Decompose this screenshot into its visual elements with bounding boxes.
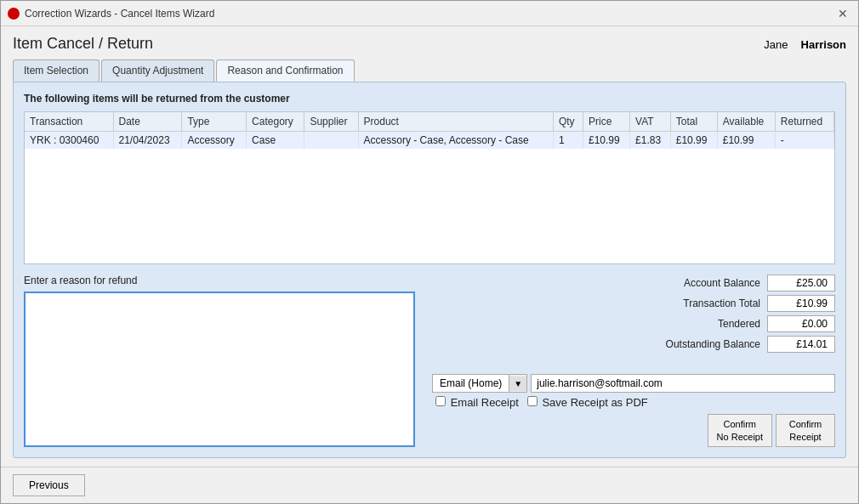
previous-button[interactable]: Previous xyxy=(13,474,85,496)
col-qty: Qty xyxy=(553,112,583,132)
right-section: Account Balance £25.00 Transaction Total… xyxy=(432,275,835,447)
col-category: Category xyxy=(247,112,304,132)
confirm-receipt-button[interactable]: Confirm Receipt xyxy=(776,414,835,447)
col-available: Available xyxy=(717,112,775,132)
refund-section: Enter a reason for refund xyxy=(24,275,415,447)
email-input[interactable] xyxy=(531,374,835,393)
confirm-buttons: Confirm No Receipt Confirm Receipt xyxy=(432,414,835,447)
receipt-options-row: Email Receipt Save Receipt as PDF xyxy=(432,396,835,409)
cell-product: Accessory - Case, Accessory - Case xyxy=(358,132,553,150)
cell-type: Accessory xyxy=(182,132,247,150)
cell-available: £10.99 xyxy=(717,132,775,150)
user-name: Jane Harrison xyxy=(764,35,846,53)
cell-total: £10.99 xyxy=(670,132,717,150)
account-balance-value: £25.00 xyxy=(767,275,835,292)
email-row: Email (Home) ▼ xyxy=(432,374,835,393)
col-vat: VAT xyxy=(630,112,671,132)
bottom-section: Enter a reason for refund Account Balanc… xyxy=(24,275,835,447)
tab-bar: Item Selection Quantity Adjustment Reaso… xyxy=(13,59,846,82)
cell-supplier xyxy=(304,132,358,150)
col-returned: Returned xyxy=(775,112,833,132)
close-button[interactable]: ✕ xyxy=(834,5,851,22)
tab-item-selection[interactable]: Item Selection xyxy=(13,59,100,82)
app-icon xyxy=(8,8,20,20)
items-table-container: Transaction Date Type Category Supplier … xyxy=(24,111,835,264)
account-balance-label: Account Balance xyxy=(432,277,760,289)
footer: Previous xyxy=(1,467,858,503)
cell-category: Case xyxy=(247,132,304,150)
email-type-label: Email (Home) xyxy=(433,375,509,392)
confirm-no-receipt-button[interactable]: Confirm No Receipt xyxy=(708,414,772,447)
outstanding-balance-label: Outstanding Balance xyxy=(432,338,760,350)
cell-price: £10.99 xyxy=(583,132,630,150)
titlebar: Correction Wizards - Cancel Items Wizard… xyxy=(1,1,858,26)
window-content: Item Cancel / Return Jane Harrison Item … xyxy=(1,26,858,467)
balance-grid: Account Balance £25.00 Transaction Total… xyxy=(432,275,835,353)
cell-date: 21/04/2023 xyxy=(113,132,182,150)
email-dropdown-icon[interactable]: ▼ xyxy=(509,377,526,391)
refund-label: Enter a reason for refund xyxy=(24,275,415,286)
tab-reason-confirmation[interactable]: Reason and Confirmation xyxy=(216,59,354,82)
header-row: Item Cancel / Return Jane Harrison xyxy=(13,35,846,53)
table-row: YRK : 0300460 21/04/2023 Accessory Case … xyxy=(25,132,834,150)
window-title: Correction Wizards - Cancel Items Wizard xyxy=(25,8,834,20)
transaction-total-value: £10.99 xyxy=(767,295,835,312)
refund-textarea[interactable] xyxy=(24,292,415,447)
col-total: Total xyxy=(670,112,717,132)
tab-quantity-adjustment[interactable]: Quantity Adjustment xyxy=(101,59,214,82)
tendered-value: £0.00 xyxy=(767,315,835,332)
email-receipt-checkbox[interactable] xyxy=(435,396,446,406)
cell-vat: £1.83 xyxy=(630,132,671,150)
tendered-label: Tendered xyxy=(432,318,760,330)
page-title: Item Cancel / Return xyxy=(13,35,153,53)
table-section-label: The following items will be returned fro… xyxy=(24,93,835,105)
col-product: Product xyxy=(358,112,553,132)
user-first-name: Jane xyxy=(764,38,788,51)
col-price: Price xyxy=(583,112,630,132)
email-receipt-label: Email Receipt xyxy=(435,396,519,409)
email-type-selector[interactable]: Email (Home) ▼ xyxy=(432,374,527,393)
table-header-row: Transaction Date Type Category Supplier … xyxy=(25,112,834,132)
col-supplier: Supplier xyxy=(304,112,358,132)
outstanding-balance-value: £14.01 xyxy=(767,336,835,353)
email-section: Email (Home) ▼ Email Receipt xyxy=(432,374,835,447)
save-receipt-checkbox[interactable] xyxy=(527,396,538,406)
main-panel: The following items will be returned fro… xyxy=(13,82,846,458)
col-transaction: Transaction xyxy=(25,112,113,132)
cell-transaction: YRK : 0300460 xyxy=(25,132,113,150)
col-type: Type xyxy=(182,112,247,132)
save-receipt-label: Save Receipt as PDF xyxy=(527,396,648,409)
main-window: Correction Wizards - Cancel Items Wizard… xyxy=(0,0,859,504)
col-date: Date xyxy=(113,112,182,132)
transaction-total-label: Transaction Total xyxy=(432,297,760,309)
items-table: Transaction Date Type Category Supplier … xyxy=(25,112,834,149)
user-last-name: Harrison xyxy=(801,38,846,51)
cell-returned: - xyxy=(775,132,833,150)
cell-qty: 1 xyxy=(553,132,583,150)
